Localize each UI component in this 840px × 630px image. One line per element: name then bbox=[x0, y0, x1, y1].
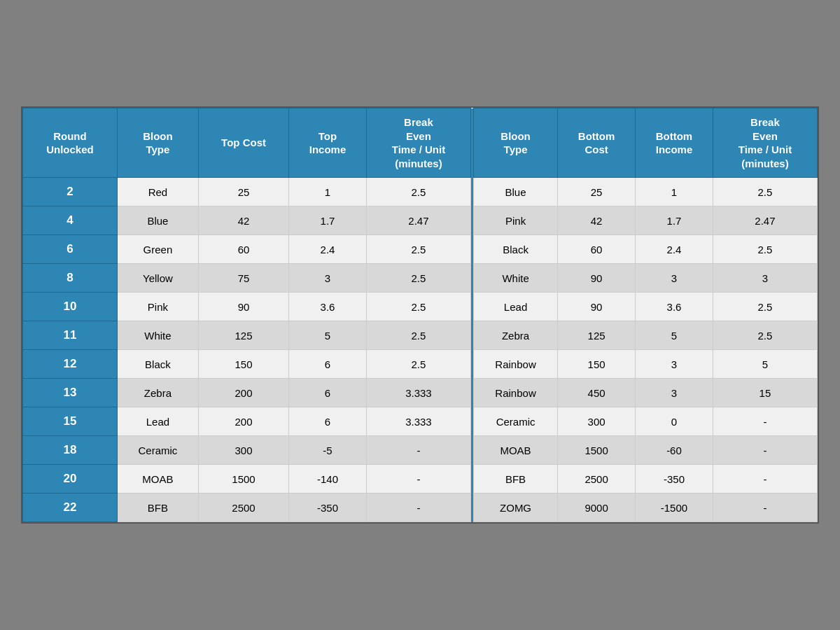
top-bloon-cell: Blue bbox=[117, 206, 198, 235]
top-bloon-cell: Pink bbox=[117, 293, 198, 321]
header-top-bloon: BloonType bbox=[117, 108, 198, 178]
table-row: 6 Green 60 2.4 2.5 Black 60 2.4 2.5 bbox=[23, 235, 818, 264]
bot-cost-cell: 9000 bbox=[558, 493, 636, 522]
top-break-cell: 2.5 bbox=[366, 321, 470, 350]
header-bot-income: BottomIncome bbox=[636, 108, 713, 178]
header-row: RoundUnlocked BloonType Top Cost TopInco… bbox=[23, 108, 818, 178]
bot-bloon-cell: Zebra bbox=[473, 321, 557, 350]
header-bot-bloon: BloonType bbox=[473, 108, 557, 178]
top-break-cell: 3.333 bbox=[366, 407, 470, 436]
top-bloon-cell: Lead bbox=[117, 407, 198, 436]
bot-break-cell: 2.5 bbox=[713, 178, 817, 206]
table-row: 13 Zebra 200 6 3.333 Rainbow 450 3 15 bbox=[23, 379, 818, 407]
table-row: 2 Red 25 1 2.5 Blue 25 1 2.5 bbox=[23, 178, 818, 206]
table-body: 2 Red 25 1 2.5 Blue 25 1 2.5 4 Blue 42 1… bbox=[23, 178, 818, 522]
bot-bloon-cell: Pink bbox=[473, 206, 557, 235]
top-break-cell: 2.5 bbox=[366, 264, 470, 293]
bot-cost-cell: 300 bbox=[558, 407, 636, 436]
bot-income-cell: -60 bbox=[636, 436, 713, 465]
bot-break-cell: 5 bbox=[713, 350, 817, 379]
top-cost-cell: 75 bbox=[199, 264, 289, 293]
top-break-cell: - bbox=[366, 493, 470, 522]
round-cell: 8 bbox=[23, 264, 118, 293]
main-table-wrapper: RoundUnlocked BloonType Top Cost TopInco… bbox=[21, 106, 819, 524]
bot-income-cell: -350 bbox=[636, 465, 713, 493]
bot-bloon-cell: Blue bbox=[473, 178, 557, 206]
round-cell: 2 bbox=[23, 178, 118, 206]
round-cell: 6 bbox=[23, 235, 118, 264]
bot-bloon-cell: Rainbow bbox=[473, 379, 557, 407]
bot-cost-cell: 125 bbox=[558, 321, 636, 350]
top-break-cell: 2.5 bbox=[366, 293, 470, 321]
bot-cost-cell: 25 bbox=[558, 178, 636, 206]
table-row: 15 Lead 200 6 3.333 Ceramic 300 0 - bbox=[23, 407, 818, 436]
round-cell: 18 bbox=[23, 436, 118, 465]
bot-bloon-cell: BFB bbox=[473, 465, 557, 493]
round-cell: 4 bbox=[23, 206, 118, 235]
header-round: RoundUnlocked bbox=[23, 108, 118, 178]
top-cost-cell: 200 bbox=[199, 407, 289, 436]
top-cost-cell: 150 bbox=[199, 350, 289, 379]
table-row: 11 White 125 5 2.5 Zebra 125 5 2.5 bbox=[23, 321, 818, 350]
top-break-cell: 2.5 bbox=[366, 235, 470, 264]
top-income-cell: -140 bbox=[289, 465, 367, 493]
bot-income-cell: -1500 bbox=[636, 493, 713, 522]
table-row: 10 Pink 90 3.6 2.5 Lead 90 3.6 2.5 bbox=[23, 293, 818, 321]
bot-cost-cell: 60 bbox=[558, 235, 636, 264]
header-bot-cost: BottomCost bbox=[558, 108, 636, 178]
bot-break-cell: - bbox=[713, 407, 817, 436]
bot-income-cell: 3 bbox=[636, 264, 713, 293]
round-cell: 22 bbox=[23, 493, 118, 522]
top-cost-cell: 300 bbox=[199, 436, 289, 465]
bot-income-cell: 0 bbox=[636, 407, 713, 436]
data-table: RoundUnlocked BloonType Top Cost TopInco… bbox=[22, 108, 818, 522]
bot-income-cell: 1.7 bbox=[636, 206, 713, 235]
bot-break-cell: 15 bbox=[713, 379, 817, 407]
table-row: 22 BFB 2500 -350 - ZOMG 9000 -1500 - bbox=[23, 493, 818, 522]
top-income-cell: 3.6 bbox=[289, 293, 367, 321]
table-row: 8 Yellow 75 3 2.5 White 90 3 3 bbox=[23, 264, 818, 293]
table-row: 20 MOAB 1500 -140 - BFB 2500 -350 - bbox=[23, 465, 818, 493]
bot-income-cell: 3.6 bbox=[636, 293, 713, 321]
top-bloon-cell: Black bbox=[117, 350, 198, 379]
bot-cost-cell: 42 bbox=[558, 206, 636, 235]
top-income-cell: 2.4 bbox=[289, 235, 367, 264]
top-bloon-cell: Red bbox=[117, 178, 198, 206]
bot-break-cell: - bbox=[713, 436, 817, 465]
header-top-income: TopIncome bbox=[289, 108, 367, 178]
bot-income-cell: 1 bbox=[636, 178, 713, 206]
top-cost-cell: 1500 bbox=[199, 465, 289, 493]
table-row: 12 Black 150 6 2.5 Rainbow 150 3 5 bbox=[23, 350, 818, 379]
bot-bloon-cell: MOAB bbox=[473, 436, 557, 465]
bot-income-cell: 2.4 bbox=[636, 235, 713, 264]
top-break-cell: 2.5 bbox=[366, 350, 470, 379]
top-cost-cell: 2500 bbox=[199, 493, 289, 522]
bot-bloon-cell: Black bbox=[473, 235, 557, 264]
bot-break-cell: - bbox=[713, 465, 817, 493]
bot-cost-cell: 90 bbox=[558, 293, 636, 321]
bot-break-cell: 2.47 bbox=[713, 206, 817, 235]
top-income-cell: 6 bbox=[289, 379, 367, 407]
top-break-cell: 3.333 bbox=[366, 379, 470, 407]
table-row: 18 Ceramic 300 -5 - MOAB 1500 -60 - bbox=[23, 436, 818, 465]
table-row: 4 Blue 42 1.7 2.47 Pink 42 1.7 2.47 bbox=[23, 206, 818, 235]
round-cell: 13 bbox=[23, 379, 118, 407]
top-cost-cell: 125 bbox=[199, 321, 289, 350]
top-income-cell: -350 bbox=[289, 493, 367, 522]
top-income-cell: 3 bbox=[289, 264, 367, 293]
top-bloon-cell: Yellow bbox=[117, 264, 198, 293]
bot-break-cell: 2.5 bbox=[713, 321, 817, 350]
bot-bloon-cell: Lead bbox=[473, 293, 557, 321]
top-income-cell: 5 bbox=[289, 321, 367, 350]
top-bloon-cell: White bbox=[117, 321, 198, 350]
round-cell: 10 bbox=[23, 293, 118, 321]
bot-bloon-cell: White bbox=[473, 264, 557, 293]
top-break-cell: - bbox=[366, 436, 470, 465]
top-cost-cell: 60 bbox=[199, 235, 289, 264]
top-income-cell: -5 bbox=[289, 436, 367, 465]
bot-break-cell: 2.5 bbox=[713, 235, 817, 264]
bot-cost-cell: 2500 bbox=[558, 465, 636, 493]
bot-cost-cell: 450 bbox=[558, 379, 636, 407]
top-cost-cell: 200 bbox=[199, 379, 289, 407]
header-bot-break: BreakEvenTime / Unit(minutes) bbox=[713, 108, 817, 178]
